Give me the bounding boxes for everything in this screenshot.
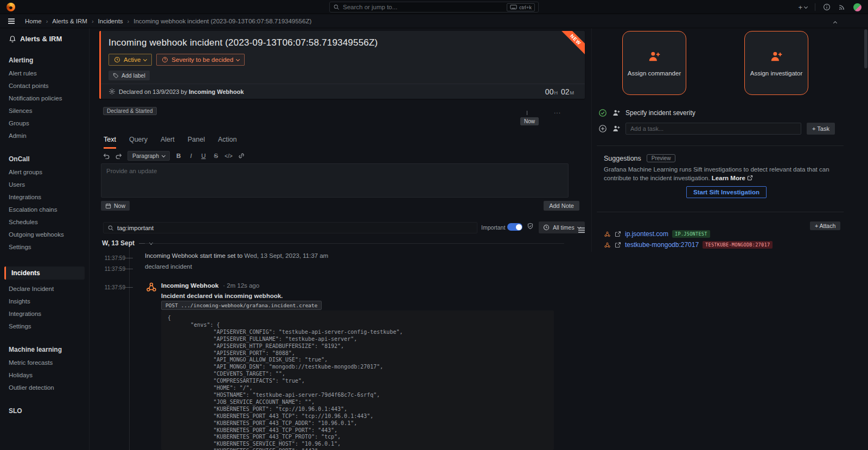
- sidebar-section-incidents[interactable]: Incidents: [4, 267, 85, 280]
- underline-button[interactable]: U: [200, 151, 207, 161]
- news-icon[interactable]: [838, 3, 846, 11]
- attach-button[interactable]: + Attach: [810, 221, 840, 230]
- webhook-icon: [604, 231, 611, 238]
- italic-button[interactable]: I: [187, 151, 195, 161]
- redo-icon[interactable]: [115, 151, 123, 161]
- time-range-select[interactable]: All times: [539, 221, 585, 233]
- sidebar-item-metric-forecasts[interactable]: Metric forecasts: [0, 356, 89, 369]
- toggle-knob: [516, 224, 522, 230]
- shield-icon[interactable]: [527, 223, 534, 230]
- undo-icon[interactable]: [103, 151, 110, 161]
- global-search[interactable]: ctrl+k: [329, 2, 539, 12]
- attachment-link[interactable]: testkube-mongodb:27017: [625, 241, 699, 249]
- chevron-down-icon: [236, 57, 240, 61]
- new-menu-button[interactable]: +: [798, 3, 807, 11]
- editor-toolbar: Paragraph B I U S </>: [103, 151, 245, 161]
- sidebar-item-alert-groups[interactable]: Alert groups: [0, 166, 89, 178]
- sidebar-title-label: Alerts & IRM: [20, 35, 62, 43]
- status-badge[interactable]: Active: [108, 54, 152, 66]
- grafana-logo[interactable]: [7, 3, 15, 11]
- attachment-row: ip.jsontest.com IP.JSONTEST: [604, 230, 710, 238]
- collapse-section-button[interactable]: [834, 18, 837, 26]
- sidebar-item-users[interactable]: Users: [0, 178, 89, 191]
- sidebar-section-alerting[interactable]: Alerting: [9, 56, 80, 64]
- user-avatar[interactable]: [853, 3, 861, 11]
- assign-commander-card[interactable]: Assign commander: [622, 31, 686, 95]
- chevron-down-icon: [162, 153, 165, 157]
- attachment-link[interactable]: ip.jsontest.com: [625, 230, 668, 238]
- severity-badge[interactable]: Severity to be decided: [156, 54, 245, 66]
- webhook-request-chip: POST .../incoming-webhook/grafana.incide…: [161, 301, 322, 310]
- divider: [597, 212, 844, 212]
- timeline-entry: declared incident: [145, 263, 192, 270]
- timeline-view-options-icon[interactable]: [578, 225, 585, 232]
- sidebar-section-oncall[interactable]: OnCall: [9, 155, 80, 163]
- chevron-down-icon[interactable]: [149, 240, 153, 244]
- timeline-search-input[interactable]: [117, 225, 473, 231]
- link-icon[interactable]: [238, 151, 245, 161]
- sidebar-item-incident-integrations[interactable]: Integrations: [0, 307, 89, 320]
- chevron-down-icon: [143, 57, 147, 61]
- paragraph-style-select[interactable]: Paragraph: [127, 151, 170, 161]
- webhook-payload-code[interactable]: { "envs": { "APISERVER_CONFIG": "testkub…: [161, 310, 554, 450]
- breadcrumb-home[interactable]: Home: [25, 18, 42, 24]
- add-label-button[interactable]: Add label: [108, 71, 150, 80]
- sidebar-section-slo[interactable]: SLO: [9, 407, 80, 415]
- page-scrollbar[interactable]: [864, 29, 867, 68]
- entry-timestamp-relative: · 2m 12s ago: [223, 282, 259, 289]
- assign-investigator-card[interactable]: Assign investigator: [744, 31, 808, 95]
- sidebar-item-schedules[interactable]: Schedules: [0, 216, 89, 228]
- code-button[interactable]: </>: [225, 151, 232, 161]
- sidebar-item-admin[interactable]: Admin: [0, 129, 89, 142]
- sidebar-item-declare-incident[interactable]: Declare Incident: [0, 282, 89, 295]
- person-plus-icon[interactable]: [612, 124, 621, 133]
- add-task-button[interactable]: + Task: [807, 123, 835, 135]
- breadcrumb-alerts-irm[interactable]: Alerts & IRM: [52, 18, 87, 24]
- sidebar-item-alert-rules[interactable]: Alert rules: [0, 67, 89, 79]
- sidebar-item-escalation-chains[interactable]: Escalation chains: [0, 203, 89, 216]
- help-icon[interactable]: [823, 3, 831, 11]
- sidebar-item-incident-settings[interactable]: Settings: [0, 320, 89, 332]
- sidebar-item-contact-points[interactable]: Contact points: [0, 79, 89, 92]
- sidebar-item-groups[interactable]: Groups: [0, 117, 89, 129]
- panel-divider: [591, 28, 592, 252]
- timestamp-now-button[interactable]: Now: [101, 201, 130, 211]
- start-sift-investigation-button[interactable]: Start Sift Investigation: [686, 186, 767, 198]
- breadcrumb-incidents[interactable]: Incidents: [98, 18, 123, 24]
- top-nav-bar: ctrl+k +: [0, 0, 868, 14]
- breadcrumb-separator: ›: [92, 18, 94, 24]
- tab-panel[interactable]: Panel: [188, 136, 205, 149]
- sidebar-item-holidays[interactable]: Holidays: [0, 369, 89, 381]
- sidebar-section-machine-learning[interactable]: Machine learning: [9, 346, 80, 353]
- check-circle-icon[interactable]: [598, 109, 607, 117]
- add-task-input[interactable]: [626, 123, 801, 135]
- minimap-overflow-menu[interactable]: ...: [554, 107, 561, 115]
- learn-more-link[interactable]: Learn More: [712, 175, 753, 181]
- menu-icon[interactable]: [8, 17, 15, 25]
- person-plus-icon[interactable]: [612, 109, 621, 117]
- tag-icon: [113, 73, 119, 79]
- important-toggle[interactable]: [507, 223, 522, 231]
- strikethrough-button[interactable]: S: [212, 151, 220, 161]
- sidebar-item-oncall-settings[interactable]: Settings: [0, 240, 89, 253]
- sidebar-item-notification-policies[interactable]: Notification policies: [0, 92, 89, 104]
- sidebar-item-integrations[interactable]: Integrations: [0, 191, 89, 203]
- sidebar-item-outgoing-webhooks[interactable]: Outgoing webhooks: [0, 228, 89, 240]
- sidebar-item-silences[interactable]: Silences: [0, 104, 89, 117]
- sidebar-item-outlier-detection[interactable]: Outlier detection: [0, 381, 89, 394]
- sidebar-item-insights[interactable]: Insights: [0, 295, 89, 307]
- task-row-done: Specify incident severity: [598, 109, 695, 117]
- divider: [815, 3, 815, 11]
- tab-query[interactable]: Query: [129, 136, 148, 149]
- search-icon: [107, 225, 114, 231]
- bold-button[interactable]: B: [175, 151, 182, 161]
- plus-circle-icon[interactable]: [598, 124, 607, 133]
- update-textarea[interactable]: [101, 164, 568, 197]
- tab-action[interactable]: Action: [218, 136, 237, 149]
- tab-alert[interactable]: Alert: [161, 136, 175, 149]
- global-search-input[interactable]: [343, 4, 503, 10]
- entry-time: 11:37:59: [94, 255, 125, 261]
- tab-text[interactable]: Text: [104, 136, 116, 149]
- suggestions-title: Suggestions: [604, 155, 641, 162]
- add-note-button[interactable]: Add Note: [544, 201, 579, 211]
